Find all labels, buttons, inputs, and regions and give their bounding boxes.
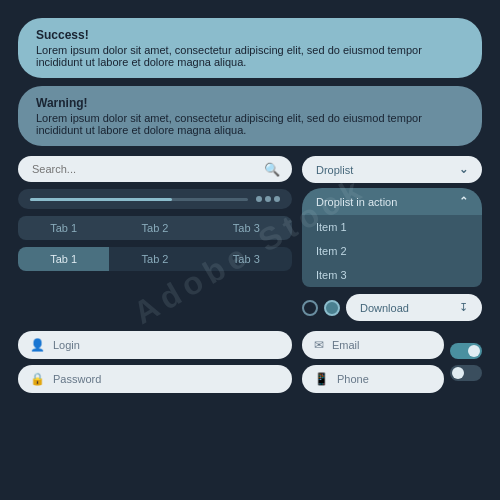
toggle-switch-2[interactable] <box>450 365 482 381</box>
toggle-column <box>450 331 482 393</box>
droplist-open-label: Droplist in action <box>316 196 397 208</box>
password-field[interactable]: 🔒 Password <box>18 365 292 393</box>
download-icon: ↧ <box>459 301 468 314</box>
lock-icon: 🔒 <box>30 372 45 386</box>
droplist-open-container: Droplist in action ⌃ Item 1 Item 2 Item … <box>302 188 482 287</box>
search-icon: 🔍 <box>264 162 280 177</box>
slider-wrapper <box>18 189 292 209</box>
bottom-area: 👤 Login 🔒 Password ✉ Email 📱 Phone <box>18 331 482 393</box>
success-title: Success! <box>36 28 464 42</box>
slider-dots <box>256 196 280 202</box>
radio-button-1[interactable] <box>302 300 318 316</box>
user-icon: 👤 <box>30 338 45 352</box>
slider-track[interactable] <box>30 198 248 201</box>
phone-label: Phone <box>337 373 369 385</box>
search-input[interactable] <box>18 156 292 182</box>
chevron-up-icon: ⌃ <box>459 195 468 208</box>
slider-dot-1 <box>256 196 262 202</box>
warning-body: Lorem ipsum dolor sit amet, consectetur … <box>36 112 422 136</box>
radio-download-row: Download ↧ <box>302 294 482 321</box>
tab2-row2[interactable]: Tab 2 <box>109 247 200 271</box>
warning-alert: Warning! Lorem ipsum dolor sit amet, con… <box>18 86 482 146</box>
toggle-switch-1[interactable] <box>450 343 482 359</box>
slider-dot-3 <box>274 196 280 202</box>
dropdown-item-2[interactable]: Item 2 <box>302 239 482 263</box>
tabs-row-2: Tab 1 Tab 2 Tab 3 <box>18 247 292 271</box>
droplist-open-header[interactable]: Droplist in action ⌃ <box>302 188 482 215</box>
dropdown-item-1[interactable]: Item 1 <box>302 215 482 239</box>
login-field[interactable]: 👤 Login <box>18 331 292 359</box>
droplist-label: Droplist <box>316 164 353 176</box>
tab1-row1[interactable]: Tab 1 <box>18 216 109 240</box>
download-label: Download <box>360 302 409 314</box>
tab2-row1[interactable]: Tab 2 <box>109 216 200 240</box>
login-label: Login <box>53 339 80 351</box>
droplist-button[interactable]: Droplist ⌄ <box>302 156 482 183</box>
password-label: Password <box>53 373 101 385</box>
chevron-down-icon: ⌄ <box>459 163 468 176</box>
form-fields-right: ✉ Email 📱 Phone <box>302 331 444 393</box>
toggle-thumb-1 <box>468 345 480 357</box>
download-button[interactable]: Download ↧ <box>346 294 482 321</box>
tab3-row1[interactable]: Tab 3 <box>201 216 292 240</box>
dropdown-items: Item 1 Item 2 Item 3 <box>302 215 482 287</box>
phone-icon: 📱 <box>314 372 329 386</box>
success-alert: Success! Lorem ipsum dolor sit amet, con… <box>18 18 482 78</box>
tab3-row2[interactable]: Tab 3 <box>201 247 292 271</box>
phone-field[interactable]: 📱 Phone <box>302 365 444 393</box>
email-label: Email <box>332 339 360 351</box>
slider-fill <box>30 198 172 201</box>
dropdown-item-3[interactable]: Item 3 <box>302 263 482 287</box>
tab1-row2[interactable]: Tab 1 <box>18 247 109 271</box>
right-column: Droplist ⌄ Droplist in action ⌃ Item 1 I… <box>302 156 482 321</box>
toggle-thumb-2 <box>452 367 464 379</box>
form-fields-right-area: ✉ Email 📱 Phone <box>302 331 482 393</box>
left-column: 🔍 Tab 1 Tab 2 Tab 3 T <box>18 156 292 321</box>
radio-button-2[interactable] <box>324 300 340 316</box>
email-icon: ✉ <box>314 338 324 352</box>
email-field[interactable]: ✉ Email <box>302 331 444 359</box>
success-body: Lorem ipsum dolor sit amet, consectetur … <box>36 44 422 68</box>
form-fields-left: 👤 Login 🔒 Password <box>18 331 292 393</box>
search-wrapper: 🔍 <box>18 156 292 182</box>
slider-dot-2 <box>265 196 271 202</box>
warning-title: Warning! <box>36 96 464 110</box>
tabs-row-1: Tab 1 Tab 2 Tab 3 <box>18 216 292 240</box>
